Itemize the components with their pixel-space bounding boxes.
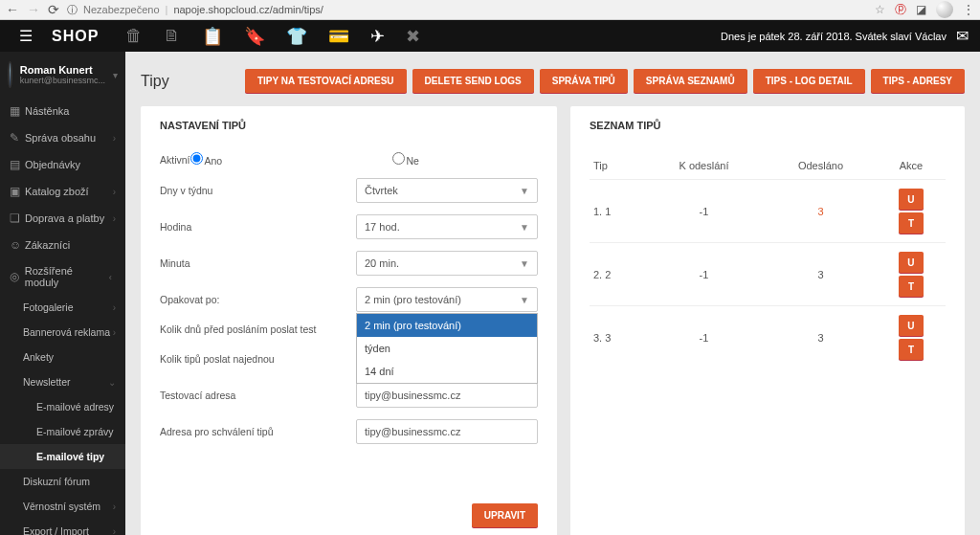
- minute-select[interactable]: 20 min.▼: [356, 251, 538, 276]
- u-button[interactable]: U: [899, 189, 924, 210]
- sidebar-subsubitem[interactable]: E-mailové adresy: [0, 394, 125, 419]
- star-icon[interactable]: ☆: [875, 3, 885, 16]
- sidebar-subitem[interactable]: Bannerová reklama›: [0, 320, 125, 345]
- nav-icon: ✎: [10, 131, 25, 145]
- chevron-icon: ›: [113, 133, 116, 144]
- manage-tips-button[interactable]: SPRÁVA TIPŮ: [540, 69, 628, 93]
- tips-addresses-button[interactable]: TIPS - ADRESY: [871, 69, 965, 93]
- nav-label: Zákazníci: [25, 239, 70, 251]
- card-icon[interactable]: 💳: [328, 26, 349, 47]
- sidebar-subitem[interactable]: Diskuzní fórum: [0, 469, 125, 494]
- sidebar-item[interactable]: ✎Správa obsahu›: [0, 124, 125, 151]
- nav-label: Věrnostní systém: [23, 501, 100, 512]
- tips-test-address-button[interactable]: TIPY NA TESTOVACÍ ADRESU: [245, 69, 407, 93]
- sent-link[interactable]: 3: [817, 206, 823, 217]
- sidebar-subitem[interactable]: Fotogalerie›: [0, 295, 125, 320]
- t-button[interactable]: T: [899, 212, 924, 234]
- date-info: Dnes je pátek 28. září 2018. Svátek slav…: [721, 31, 956, 42]
- mail-icon[interactable]: ✉: [956, 27, 980, 45]
- sidebar-item[interactable]: ☺Zákazníci: [0, 232, 125, 258]
- sidebar-subitem[interactable]: Věrnostní systém›: [0, 494, 125, 519]
- t-button[interactable]: T: [899, 339, 924, 360]
- delete-send-logs-button[interactable]: DELETE SEND LOGS: [412, 69, 534, 93]
- days-select[interactable]: Čtvrtek▼: [356, 178, 538, 203]
- nav-label: Fotogalerie: [23, 301, 74, 313]
- sidebar-subsubitem[interactable]: E-mailové zprávy: [0, 419, 125, 444]
- dropdown-option[interactable]: 14 dní: [357, 360, 537, 383]
- document-icon[interactable]: 🗎: [164, 26, 181, 47]
- user-name: Roman Kunert: [20, 64, 105, 76]
- clipboard-icon[interactable]: 📋: [202, 26, 223, 47]
- tips-log-detail-button[interactable]: TIPS - LOG DETAIL: [753, 69, 865, 93]
- list-heading: SEZNAM TIPŮ: [590, 120, 946, 131]
- profile-avatar-icon[interactable]: [936, 1, 953, 18]
- back-icon[interactable]: ←: [6, 2, 19, 17]
- hour-select[interactable]: 17 hod.▼: [356, 214, 538, 239]
- reload-icon[interactable]: ⟳: [48, 2, 59, 17]
- tools-icon[interactable]: ✖: [406, 26, 420, 47]
- nav-icon: ◎: [10, 270, 25, 283]
- nav-icon: ❏: [10, 212, 25, 225]
- u-button[interactable]: U: [899, 315, 924, 336]
- radio-ne[interactable]: Ne: [392, 152, 589, 167]
- cell-actions: UT: [877, 180, 946, 243]
- chevron-icon: ›: [113, 187, 116, 197]
- tag-icon[interactable]: 🔖: [244, 26, 265, 47]
- repeat-select[interactable]: 2 min (pro testování)▼: [356, 287, 538, 312]
- col-odeslano: Odesláno: [765, 152, 877, 180]
- repeat-dropdown-list: 2 min (pro testování) týden 14 dní: [356, 313, 538, 384]
- minute-label: Minuta: [160, 257, 356, 269]
- evernote-icon[interactable]: ◪: [916, 3, 926, 16]
- submit-button[interactable]: UPRAVIT: [472, 503, 538, 527]
- shirt-icon[interactable]: 👕: [286, 26, 307, 47]
- chevron-icon: ›: [113, 526, 116, 536]
- col-tip: Tip: [590, 152, 643, 180]
- approval-address-input[interactable]: [356, 419, 538, 444]
- settings-heading: NASTAVENÍ TIPŮ: [160, 120, 538, 131]
- cell-actions: UT: [877, 306, 946, 369]
- trash-icon[interactable]: 🗑: [125, 26, 143, 47]
- send-icon[interactable]: ✈: [370, 26, 385, 47]
- col-kodeslani: K odeslání: [643, 152, 765, 180]
- user-block[interactable]: Roman Kunert kunert@businessmc... ▾: [0, 52, 125, 98]
- pinterest-icon[interactable]: ⓟ: [895, 2, 906, 18]
- url-bar[interactable]: ⓘ Nezabezpečeno | napoje.shopcloud.cz/ad…: [67, 3, 323, 17]
- user-avatar: [8, 61, 12, 88]
- sidebar-item[interactable]: ❏Doprava a platby›: [0, 205, 125, 232]
- u-button[interactable]: U: [899, 252, 924, 273]
- radio-ano-input[interactable]: [190, 152, 203, 165]
- sidebar: Roman Kunert kunert@businessmc... ▾ ▦Nás…: [0, 52, 125, 535]
- nav-label: Diskuzní fórum: [23, 476, 90, 487]
- nav-label: Správa obsahu: [25, 132, 96, 144]
- cell-k: -1: [643, 243, 765, 306]
- sidebar-subsubitem[interactable]: E-mailové tipy: [0, 444, 125, 469]
- t-button[interactable]: T: [899, 276, 924, 297]
- nav-label: Doprava a platby: [25, 212, 104, 224]
- hamburger-icon[interactable]: ☰: [0, 27, 52, 45]
- chevron-icon: ›: [113, 502, 116, 512]
- sidebar-item[interactable]: ▦Nástěnka: [0, 98, 125, 124]
- sidebar-subitem[interactable]: Newsletter⌄: [0, 369, 125, 394]
- nav-icon: ☺: [10, 238, 25, 252]
- test-address-input[interactable]: [356, 383, 538, 408]
- sidebar-subitem[interactable]: Export / Import›: [0, 519, 125, 535]
- manage-lists-button[interactable]: SPRÁVA SEZNAMŮ: [634, 69, 747, 93]
- sidebar-subitem[interactable]: Ankety: [0, 345, 125, 369]
- dropdown-option[interactable]: 2 min (pro testování): [357, 314, 537, 337]
- chevron-down-icon: ▼: [520, 222, 529, 233]
- sidebar-item[interactable]: ▣Katalog zboží›: [0, 178, 125, 205]
- chevron-icon: ›: [113, 213, 116, 224]
- table-row: 2. 2-13UT: [590, 243, 946, 306]
- days-before-label: Kolik dnů před posláním poslat test: [160, 323, 356, 335]
- nav-label: Objednávky: [25, 159, 80, 170]
- radio-ano[interactable]: Ano: [190, 152, 387, 167]
- repeat-label: Opakovat po:: [160, 294, 356, 305]
- radio-ne-input[interactable]: [392, 152, 405, 165]
- menu-dots-icon[interactable]: ⋮: [963, 3, 974, 16]
- sidebar-item[interactable]: ▤Objednávky: [0, 151, 125, 178]
- dropdown-option[interactable]: týden: [357, 337, 537, 360]
- sidebar-item[interactable]: ◎Rozšířené moduly⌄: [0, 258, 125, 295]
- forward-icon[interactable]: →: [27, 2, 40, 17]
- hour-label: Hodina: [160, 221, 356, 233]
- cell-o: 3: [765, 180, 877, 243]
